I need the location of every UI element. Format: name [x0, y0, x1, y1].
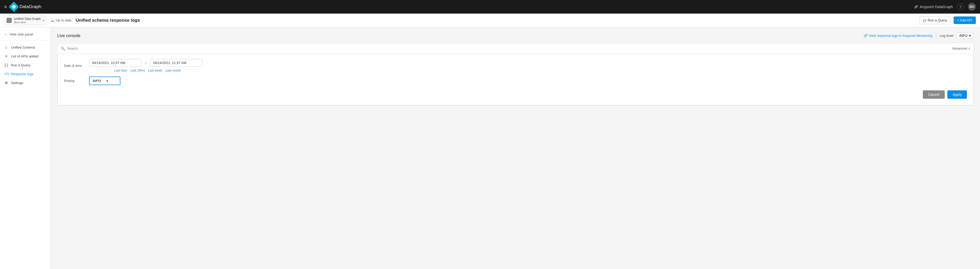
panel-actions: Cancel Apply: [64, 90, 967, 99]
hide-side-panel-button[interactable]: ← Hide side panel: [0, 30, 51, 38]
gear-icon: ⚙: [4, 81, 8, 85]
console-header: Live console 🔗 View response logs in Any…: [57, 32, 974, 39]
quick-links: Last hour Last 24hrs Last week Last mont…: [114, 69, 202, 72]
pipe-divider: |: [935, 33, 937, 38]
chevron-down-icon: ▾: [43, 19, 44, 22]
top-navigation: ≡ DataGraph 🔗 Anypoint DataGraph ? DU: [0, 0, 980, 14]
main-layout: ← Hide side panel ⌂ Unified Schema ≡ Lis…: [0, 27, 980, 269]
last-24hrs-link[interactable]: Last 24hrs: [130, 69, 145, 72]
nav-right: 🔗 Anypoint DataGraph ? DU: [914, 3, 976, 11]
environment-selector[interactable]: Unified Data Graph docs-test ▾: [4, 16, 46, 25]
search-container: 🔍 Advanced ∧ Date & time →: [57, 43, 974, 105]
env-sub: docs-test: [14, 21, 41, 24]
add-api-button[interactable]: + Add API: [954, 16, 976, 24]
advanced-toggle-button[interactable]: Advanced ∧: [952, 46, 970, 50]
chevron-down-icon: ∨: [106, 79, 109, 83]
list-icon: ≡: [4, 54, 8, 58]
code-icon: </>: [4, 72, 8, 76]
sidebar: ← Hide side panel ⌂ Unified Schema ≡ Lis…: [0, 27, 51, 269]
chevron-up-icon: ∧: [968, 47, 970, 50]
main-content: Live console 🔗 View response logs in Any…: [51, 27, 980, 269]
env-info: Unified Data Graph docs-test: [14, 17, 41, 24]
query-icon: {;}: [923, 18, 926, 22]
logo-area: DataGraph: [10, 3, 41, 10]
query-icon: {;}: [4, 63, 8, 67]
priority-row: Priority INFO ∨: [64, 76, 967, 85]
logo-text: DataGraph: [19, 4, 41, 10]
from-datetime-input[interactable]: [89, 59, 141, 67]
view-logs-link[interactable]: 🔗 View response logs in Anypoint Monitor…: [864, 34, 932, 38]
console-title: Live console: [57, 33, 80, 38]
priority-select[interactable]: INFO ∨: [89, 76, 121, 85]
search-bar: 🔍 Advanced ∧: [57, 43, 974, 54]
run-query-button[interactable]: {;} Run a Query: [919, 16, 951, 24]
date-time-label: Date & time: [64, 64, 85, 68]
anypoint-label: 🔗 Anypoint DataGraph: [914, 5, 953, 9]
date-time-row: Date & time → Last hour Last 24hrs Last …: [64, 59, 967, 72]
last-month-link[interactable]: Last month: [165, 69, 181, 72]
user-avatar[interactable]: DU: [968, 3, 976, 11]
arrow-right-icon: →: [144, 61, 148, 65]
home-icon: ⌂: [4, 45, 8, 49]
log-level-label: Log level: [940, 34, 953, 38]
link-icon: 🔗: [914, 5, 918, 9]
logo-icon: [9, 2, 19, 12]
chevron-down-icon: ▾: [969, 34, 971, 38]
advanced-panel: Date & time → Last hour Last 24hrs Last …: [57, 54, 974, 105]
nav-left: ≡ DataGraph: [4, 3, 41, 10]
sidebar-item-settings[interactable]: ⚙ Settings: [0, 78, 51, 87]
console-right: 🔗 View response logs in Anypoint Monitor…: [864, 32, 974, 39]
status-label: Up to date: [56, 18, 72, 22]
page-title: Unified schema response logs: [76, 18, 915, 23]
arrow-left-icon: ←: [4, 32, 8, 36]
nav-actions: {;} Run a Query + Add API: [919, 16, 976, 24]
link-icon: 🔗: [864, 34, 868, 38]
hamburger-menu-icon[interactable]: ≡: [4, 4, 7, 10]
sub-navigation: Unified Data Graph docs-test ▾ ☁ Up to d…: [0, 14, 980, 27]
priority-label: Priority: [64, 79, 85, 83]
log-level-select[interactable]: INFO ▾: [956, 32, 974, 39]
env-icon: [6, 18, 12, 23]
search-icon: 🔍: [60, 46, 65, 51]
cloud-icon: ☁: [51, 18, 54, 22]
sidebar-item-unified-schema[interactable]: ⌂ Unified Schema: [0, 43, 51, 52]
to-datetime-input[interactable]: [150, 59, 202, 67]
last-week-link[interactable]: Last week: [148, 69, 162, 72]
env-name: Unified Data Graph: [14, 17, 41, 21]
datetime-inputs: →: [89, 59, 202, 67]
date-time-inputs-group: → Last hour Last 24hrs Last week Last mo…: [89, 59, 202, 72]
sidebar-item-response-logs[interactable]: </> Response logs: [0, 70, 51, 78]
last-hour-link[interactable]: Last hour: [114, 69, 127, 72]
apply-button[interactable]: Apply: [947, 90, 967, 99]
sidebar-item-run-query[interactable]: {;} Run a Query: [0, 60, 51, 70]
search-input[interactable]: [67, 46, 952, 50]
status-area: ☁ Up to date: [51, 18, 72, 22]
cancel-button[interactable]: Cancel: [923, 90, 945, 99]
help-button[interactable]: ?: [957, 3, 964, 10]
sidebar-divider: [0, 40, 51, 41]
sidebar-item-list-apis[interactable]: ≡ List of APIs added: [0, 52, 51, 60]
